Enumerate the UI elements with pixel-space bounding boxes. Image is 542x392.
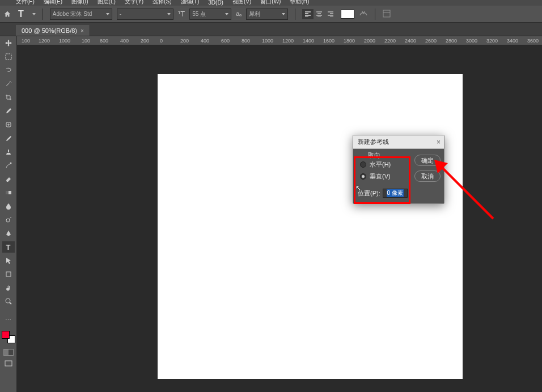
menu-item-3d[interactable]: 3D(D) [206, 0, 226, 6]
font-size-value: 55 点 [192, 10, 206, 18]
blur-tool[interactable] [2, 201, 15, 212]
pen-tool[interactable] [2, 228, 15, 239]
edit-toolbar-icon[interactable]: ⋯ [2, 314, 15, 325]
font-family-select[interactable]: Adobe 宋体 Std [50, 8, 112, 20]
ruler-tick: 1200 [39, 38, 50, 44]
ruler-tick: 2000 [364, 38, 375, 44]
menu-item-window[interactable]: 窗口(W) [258, 0, 283, 6]
radio-horizontal-label: 水平(H) [370, 160, 391, 169]
dialog-titlebar[interactable]: 新建参考线 × [353, 135, 444, 149]
screen-mode-icon[interactable] [2, 358, 15, 369]
hand-tool[interactable] [2, 282, 15, 293]
position-input[interactable]: 0 像素 [383, 189, 408, 198]
svg-rect-9 [5, 361, 12, 366]
foreground-color-swatch[interactable] [2, 331, 10, 339]
type-tool[interactable]: T [2, 241, 15, 253]
color-swatches[interactable] [2, 330, 15, 343]
text-color-swatch[interactable] [341, 10, 354, 19]
path-select-tool[interactable] [2, 255, 15, 266]
character-panel-icon[interactable] [382, 9, 391, 19]
ruler-tick: 2800 [446, 38, 457, 44]
cancel-button[interactable]: 取消 [414, 171, 441, 182]
ruler-tick: 3000 [466, 38, 477, 44]
divider [43, 8, 43, 20]
main-area: T ⋯ 100 1200 1000 100 600 400 200 0 2 [0, 36, 542, 392]
dodge-tool[interactable] [2, 214, 15, 225]
canvas[interactable] [158, 74, 463, 379]
anti-alias-icon: aₐ [236, 10, 242, 18]
menu-item-view[interactable]: 视图(V) [230, 0, 253, 6]
menu-item-type[interactable]: 文字(Y) [122, 0, 146, 6]
ruler-tick: 3400 [507, 38, 518, 44]
marquee-tool[interactable] [2, 51, 15, 62]
type-tool-icon[interactable]: T [16, 9, 26, 19]
font-size-select[interactable]: 55 点 [189, 8, 231, 20]
menu-item-layer[interactable]: 图层(L) [95, 0, 118, 6]
position-label: 位置(P): [358, 189, 380, 198]
document-tab[interactable]: 000 @ 50%(RGB/8) × [16, 25, 90, 36]
ruler-tick: 1800 [344, 38, 355, 44]
anti-alias-select[interactable]: 犀利 [246, 8, 288, 20]
move-tool[interactable] [2, 37, 15, 49]
options-bar: T Adobe 宋体 Std - ᵀT 55 点 aₐ 犀利 [0, 6, 542, 23]
radio-horizontal[interactable]: 水平(H) [358, 160, 412, 169]
close-icon[interactable]: × [437, 138, 441, 146]
chevron-down-icon [225, 13, 228, 15]
menu-item-filter[interactable]: 滤镜(T) [179, 0, 202, 6]
history-brush-tool[interactable] [2, 160, 15, 171]
svg-rect-1 [6, 54, 11, 59]
ruler-tick: 200 [141, 38, 149, 44]
quick-mask-toggle[interactable] [3, 349, 14, 356]
ruler-tick: 0 [160, 38, 163, 44]
chevron-down-icon [282, 13, 285, 15]
menu-bar: 文件(F) 编辑(E) 图像(I) 图层(L) 文字(Y) 选择(S) 滤镜(T… [0, 0, 542, 6]
svg-rect-0 [383, 10, 390, 17]
ruler-tick: 400 [201, 38, 209, 44]
close-icon[interactable]: × [81, 28, 84, 34]
ruler-tick: 1400 [303, 38, 314, 44]
ruler-tick: 100 [82, 38, 90, 44]
align-right-button[interactable] [325, 9, 336, 19]
menu-item-file[interactable]: 文件(F) [14, 0, 37, 6]
ok-button[interactable]: 确定 [414, 155, 441, 166]
anti-alias-value: 犀利 [249, 10, 260, 18]
crop-tool[interactable] [2, 92, 15, 103]
ruler-tick: 2200 [384, 38, 396, 44]
radio-vertical[interactable]: 垂直(V) [358, 172, 412, 181]
zoom-tool[interactable] [2, 296, 15, 307]
ruler-tick: 2600 [425, 38, 437, 44]
eyedropper-tool[interactable] [2, 105, 15, 117]
align-left-button[interactable] [302, 9, 314, 19]
brush-tool[interactable] [2, 133, 15, 144]
clone-stamp-tool[interactable] [2, 146, 15, 157]
home-icon[interactable] [3, 10, 11, 18]
shape-tool[interactable] [2, 269, 15, 280]
ruler-tick: 3200 [486, 38, 498, 44]
document-tab-label: 000 @ 50%(RGB/8) [22, 27, 77, 34]
magic-wand-tool[interactable] [2, 78, 15, 90]
svg-point-3 [10, 163, 11, 164]
new-guide-dialog: 新建参考线 × 取向 水平(H) 垂直(V) 位置(P): [353, 135, 444, 204]
divider [295, 8, 295, 20]
align-center-button[interactable] [314, 9, 325, 19]
menu-item-select[interactable]: 选择(S) [150, 0, 173, 6]
ruler-tick: 600 [221, 38, 230, 44]
menu-item-help[interactable]: 帮助(H) [287, 0, 311, 6]
lasso-tool[interactable] [2, 65, 15, 76]
ruler-horizontal[interactable]: 100 1200 1000 100 600 400 200 0 200 400 … [17, 36, 542, 45]
ruler-tick: 400 [120, 38, 129, 44]
font-style-select[interactable]: - [117, 8, 173, 20]
eraser-tool[interactable] [2, 173, 15, 185]
svg-rect-5 [6, 191, 9, 194]
ruler-tick: 2400 [405, 38, 416, 44]
menu-item-edit[interactable]: 编辑(E) [41, 0, 65, 6]
warp-text-icon[interactable] [359, 9, 368, 19]
gradient-tool[interactable] [2, 187, 15, 198]
healing-brush-tool[interactable] [2, 119, 15, 130]
svg-point-6 [6, 219, 10, 222]
ruler-tick: 100 [22, 38, 30, 44]
divider [375, 8, 375, 20]
chevron-down-icon [167, 13, 171, 15]
menu-item-image[interactable]: 图像(I) [69, 0, 90, 6]
ruler-tick: 1000 [262, 38, 273, 44]
